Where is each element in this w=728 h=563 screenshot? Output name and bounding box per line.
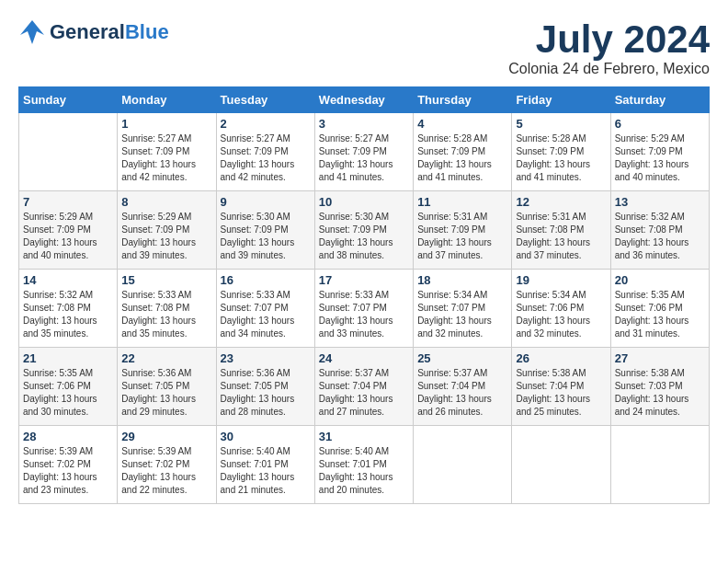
day-number: 6 xyxy=(615,117,705,131)
cell-info: Sunrise: 5:33 AM Sunset: 7:07 PM Dayligh… xyxy=(319,289,409,340)
day-number: 8 xyxy=(121,195,211,209)
day-number: 16 xyxy=(221,273,311,287)
calendar-cell: 31Sunrise: 5:40 AM Sunset: 7:01 PM Dayli… xyxy=(314,426,413,504)
cell-info: Sunrise: 5:32 AM Sunset: 7:08 PM Dayligh… xyxy=(615,211,705,262)
calendar-cell: 10Sunrise: 5:30 AM Sunset: 7:09 PM Dayli… xyxy=(314,191,413,270)
cell-info: Sunrise: 5:29 AM Sunset: 7:09 PM Dayligh… xyxy=(23,211,113,262)
cell-info: Sunrise: 5:35 AM Sunset: 7:06 PM Dayligh… xyxy=(23,367,113,419)
weekday-header: Thursday xyxy=(414,87,512,113)
calendar-cell: 1Sunrise: 5:27 AM Sunset: 7:09 PM Daylig… xyxy=(118,113,216,191)
cell-info: Sunrise: 5:34 AM Sunset: 7:06 PM Dayligh… xyxy=(516,289,606,340)
calendar-table: SundayMondayTuesdayWednesdayThursdayFrid… xyxy=(18,86,710,504)
day-number: 30 xyxy=(221,430,311,443)
logo: GeneralBlue xyxy=(18,18,169,46)
cell-info: Sunrise: 5:28 AM Sunset: 7:09 PM Dayligh… xyxy=(417,132,507,184)
day-number: 18 xyxy=(417,273,507,287)
calendar-cell: 23Sunrise: 5:36 AM Sunset: 7:05 PM Dayli… xyxy=(216,348,314,426)
day-number: 24 xyxy=(319,351,409,365)
cell-info: Sunrise: 5:39 AM Sunset: 7:02 PM Dayligh… xyxy=(23,445,113,497)
calendar-cell: 18Sunrise: 5:34 AM Sunset: 7:07 PM Dayli… xyxy=(414,270,512,348)
logo-text: GeneralBlue xyxy=(50,21,169,43)
day-number: 4 xyxy=(417,117,507,131)
cell-info: Sunrise: 5:27 AM Sunset: 7:09 PM Dayligh… xyxy=(221,132,311,184)
day-number: 9 xyxy=(221,195,311,209)
calendar-cell: 6Sunrise: 5:29 AM Sunset: 7:09 PM Daylig… xyxy=(610,113,709,191)
cell-info: Sunrise: 5:37 AM Sunset: 7:04 PM Dayligh… xyxy=(417,367,507,419)
calendar-cell: 20Sunrise: 5:35 AM Sunset: 7:06 PM Dayli… xyxy=(610,270,709,348)
calendar-cell: 4Sunrise: 5:28 AM Sunset: 7:09 PM Daylig… xyxy=(414,113,512,191)
calendar-cell: 30Sunrise: 5:40 AM Sunset: 7:01 PM Dayli… xyxy=(216,426,314,504)
header: GeneralBlue July 2024 Colonia 24 de Febr… xyxy=(18,18,710,77)
calendar-week-row: 1Sunrise: 5:27 AM Sunset: 7:09 PM Daylig… xyxy=(19,113,710,191)
calendar-cell: 9Sunrise: 5:30 AM Sunset: 7:09 PM Daylig… xyxy=(216,191,314,270)
day-number: 1 xyxy=(121,117,211,131)
day-number: 3 xyxy=(319,117,409,131)
calendar-cell: 27Sunrise: 5:38 AM Sunset: 7:03 PM Dayli… xyxy=(610,348,709,426)
day-number: 5 xyxy=(516,117,606,131)
location-title: Colonia 24 de Febrero, Mexico xyxy=(508,61,710,77)
day-number: 28 xyxy=(23,430,113,443)
day-number: 12 xyxy=(516,195,606,209)
calendar-cell: 22Sunrise: 5:36 AM Sunset: 7:05 PM Dayli… xyxy=(118,348,216,426)
cell-info: Sunrise: 5:34 AM Sunset: 7:07 PM Dayligh… xyxy=(417,289,507,340)
calendar-cell: 14Sunrise: 5:32 AM Sunset: 7:08 PM Dayli… xyxy=(19,270,118,348)
day-number: 27 xyxy=(615,351,705,365)
calendar-cell: 15Sunrise: 5:33 AM Sunset: 7:08 PM Dayli… xyxy=(118,270,216,348)
day-number: 11 xyxy=(417,195,507,209)
cell-info: Sunrise: 5:36 AM Sunset: 7:05 PM Dayligh… xyxy=(221,367,311,419)
calendar-cell: 11Sunrise: 5:31 AM Sunset: 7:09 PM Dayli… xyxy=(414,191,512,270)
weekday-header: Friday xyxy=(512,87,610,113)
cell-info: Sunrise: 5:38 AM Sunset: 7:03 PM Dayligh… xyxy=(615,367,705,419)
day-number: 10 xyxy=(319,195,409,209)
calendar-cell: 25Sunrise: 5:37 AM Sunset: 7:04 PM Dayli… xyxy=(414,348,512,426)
calendar-cell: 12Sunrise: 5:31 AM Sunset: 7:08 PM Dayli… xyxy=(512,191,610,270)
day-number: 25 xyxy=(417,351,507,365)
calendar-cell: 8Sunrise: 5:29 AM Sunset: 7:09 PM Daylig… xyxy=(118,191,216,270)
calendar-week-row: 28Sunrise: 5:39 AM Sunset: 7:02 PM Dayli… xyxy=(19,426,710,504)
cell-info: Sunrise: 5:32 AM Sunset: 7:08 PM Dayligh… xyxy=(23,289,113,340)
calendar-cell: 17Sunrise: 5:33 AM Sunset: 7:07 PM Dayli… xyxy=(314,270,413,348)
calendar-cell: 26Sunrise: 5:38 AM Sunset: 7:04 PM Dayli… xyxy=(512,348,610,426)
calendar-cell: 24Sunrise: 5:37 AM Sunset: 7:04 PM Dayli… xyxy=(314,348,413,426)
cell-info: Sunrise: 5:31 AM Sunset: 7:09 PM Dayligh… xyxy=(417,211,507,262)
calendar-cell xyxy=(610,426,709,504)
day-number: 21 xyxy=(23,351,113,365)
day-number: 20 xyxy=(615,273,705,287)
calendar-week-row: 21Sunrise: 5:35 AM Sunset: 7:06 PM Dayli… xyxy=(19,348,710,426)
cell-info: Sunrise: 5:40 AM Sunset: 7:01 PM Dayligh… xyxy=(319,445,409,497)
weekday-header: Tuesday xyxy=(216,87,314,113)
cell-info: Sunrise: 5:29 AM Sunset: 7:09 PM Dayligh… xyxy=(121,211,211,262)
cell-info: Sunrise: 5:39 AM Sunset: 7:02 PM Dayligh… xyxy=(121,445,211,497)
day-number: 19 xyxy=(516,273,606,287)
calendar-cell xyxy=(19,113,118,191)
calendar-cell: 7Sunrise: 5:29 AM Sunset: 7:09 PM Daylig… xyxy=(19,191,118,270)
calendar-header-row: SundayMondayTuesdayWednesdayThursdayFrid… xyxy=(19,87,710,113)
day-number: 22 xyxy=(121,351,211,365)
calendar-cell: 29Sunrise: 5:39 AM Sunset: 7:02 PM Dayli… xyxy=(118,426,216,504)
cell-info: Sunrise: 5:27 AM Sunset: 7:09 PM Dayligh… xyxy=(121,132,211,184)
weekday-header: Sunday xyxy=(19,87,118,113)
calendar-cell: 21Sunrise: 5:35 AM Sunset: 7:06 PM Dayli… xyxy=(19,348,118,426)
cell-info: Sunrise: 5:30 AM Sunset: 7:09 PM Dayligh… xyxy=(221,211,311,262)
cell-info: Sunrise: 5:36 AM Sunset: 7:05 PM Dayligh… xyxy=(121,367,211,419)
calendar-week-row: 7Sunrise: 5:29 AM Sunset: 7:09 PM Daylig… xyxy=(19,191,710,270)
calendar-cell: 16Sunrise: 5:33 AM Sunset: 7:07 PM Dayli… xyxy=(216,270,314,348)
cell-info: Sunrise: 5:35 AM Sunset: 7:06 PM Dayligh… xyxy=(615,289,705,340)
weekday-header: Wednesday xyxy=(314,87,413,113)
cell-info: Sunrise: 5:40 AM Sunset: 7:01 PM Dayligh… xyxy=(221,445,311,497)
day-number: 13 xyxy=(615,195,705,209)
cell-info: Sunrise: 5:33 AM Sunset: 7:07 PM Dayligh… xyxy=(221,289,311,340)
title-area: July 2024 Colonia 24 de Febrero, Mexico xyxy=(508,18,710,77)
day-number: 2 xyxy=(221,117,311,131)
cell-info: Sunrise: 5:30 AM Sunset: 7:09 PM Dayligh… xyxy=(319,211,409,262)
calendar-cell xyxy=(512,426,610,504)
cell-info: Sunrise: 5:33 AM Sunset: 7:08 PM Dayligh… xyxy=(121,289,211,340)
calendar-cell: 28Sunrise: 5:39 AM Sunset: 7:02 PM Dayli… xyxy=(19,426,118,504)
cell-info: Sunrise: 5:29 AM Sunset: 7:09 PM Dayligh… xyxy=(615,132,705,184)
cell-info: Sunrise: 5:27 AM Sunset: 7:09 PM Dayligh… xyxy=(319,132,409,184)
cell-info: Sunrise: 5:37 AM Sunset: 7:04 PM Dayligh… xyxy=(319,367,409,419)
logo-icon xyxy=(18,18,46,46)
day-number: 14 xyxy=(23,273,113,287)
calendar-cell: 5Sunrise: 5:28 AM Sunset: 7:09 PM Daylig… xyxy=(512,113,610,191)
calendar-cell: 3Sunrise: 5:27 AM Sunset: 7:09 PM Daylig… xyxy=(314,113,413,191)
